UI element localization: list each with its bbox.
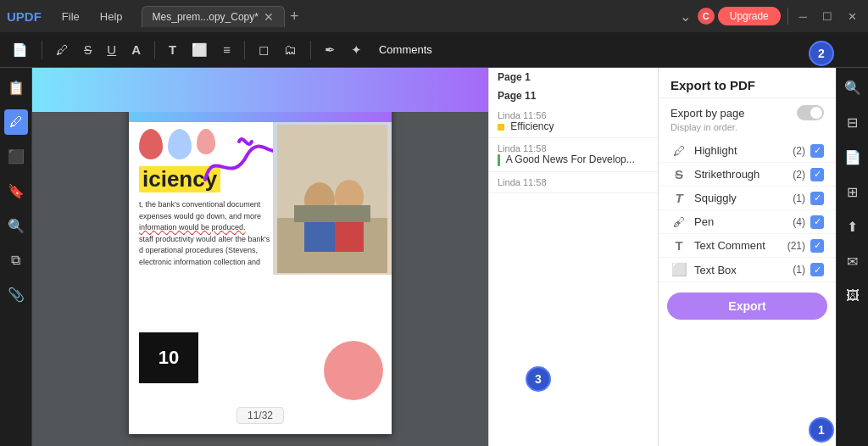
rsb-image-icon[interactable]: 🖼: [841, 283, 865, 309]
pink-circle-decoration: [324, 341, 383, 400]
sep4: [310, 41, 311, 59]
export-by-page-label: Export by page: [670, 107, 744, 120]
highlight-tool-icon[interactable]: 🖊: [51, 39, 74, 60]
pen-row-icon: 🖋: [670, 215, 687, 229]
comments-label: Comments: [379, 43, 432, 56]
pen-checkbox[interactable]: [810, 215, 824, 229]
rsb-crop-icon[interactable]: ⊞: [842, 179, 863, 205]
app-logo: UPDF: [7, 9, 42, 24]
right-sidebar: 🔍 ⊟ 📄 ⊞ ⬆ ✉ 🖼: [836, 68, 868, 446]
sep1: [42, 41, 42, 59]
textbox-row-icon: ⬜: [670, 262, 687, 277]
highlight-checkbox[interactable]: [810, 144, 824, 158]
textbox-checkbox[interactable]: [810, 263, 824, 276]
page-icon[interactable]: 📄: [7, 39, 33, 61]
sep3: [244, 41, 245, 59]
pen-tool-icon[interactable]: ✒: [320, 39, 341, 61]
user-avatar: C: [698, 8, 715, 25]
highlight-row-count: (2): [793, 145, 805, 157]
step3-group: 3 →: [526, 368, 544, 390]
sb-pages-icon[interactable]: ⬛: [3, 143, 30, 170]
highlight-dot: [498, 124, 504, 131]
rsb-columns-icon[interactable]: ⊟: [842, 109, 863, 136]
squiggly-row-icon: T: [670, 191, 687, 205]
export-by-page-row: Export by page: [659, 98, 836, 122]
underline-tool-icon[interactable]: U: [102, 39, 121, 60]
export-row-highlight: 🖊 Highlight (2): [659, 139, 836, 163]
svg-rect-5: [335, 222, 364, 252]
menu-help[interactable]: Help: [92, 7, 131, 26]
textcomment-checkbox[interactable]: [810, 239, 824, 253]
maximize-icon[interactable]: ☐: [818, 8, 837, 25]
pen-row-label: Pen: [694, 215, 793, 228]
comment-item-3[interactable]: Linda 11:58: [489, 172, 658, 193]
highlight-row-icon: 🖊: [670, 143, 687, 158]
stamp-icon[interactable]: 🗂: [279, 39, 302, 60]
svg-rect-6: [294, 205, 370, 222]
squiggly-checkbox[interactable]: [810, 192, 824, 205]
textcomment-row-count: (21): [787, 240, 805, 252]
textbox-row-count: (1): [793, 264, 805, 276]
rsb-search-icon[interactable]: 🔍: [839, 75, 866, 101]
strikethrough-tool-icon[interactable]: S: [79, 40, 97, 60]
sb-bookmark-icon[interactable]: 🔖: [3, 178, 30, 204]
strikethrough-checkbox[interactable]: [810, 168, 824, 181]
office-image: [277, 125, 387, 273]
tab-add-icon[interactable]: +: [290, 8, 299, 25]
sb-search-icon[interactable]: 🔍: [3, 213, 30, 239]
page11-label: Page 11: [489, 86, 658, 105]
step3-circle: 3: [526, 366, 551, 392]
comments-panel: Page 1 Page 11 Linda 11:56 Efficiency Li…: [488, 68, 658, 446]
strikethrough-row-label: Strikethrough: [694, 168, 793, 181]
sb-edit-icon[interactable]: 🖊: [4, 109, 28, 135]
upgrade-group: C Upgrade: [698, 7, 781, 25]
pdf-image: [273, 122, 392, 275]
squiggly-row-count: (1): [793, 192, 805, 204]
sb-layers-icon[interactable]: ⧉: [6, 248, 25, 273]
toolbar: 📄 🖊 S U A T ⬜ ≡ ◻ 🗂 ✒ ✦ Comments: [0, 32, 868, 68]
underlined-text: information would be produced.: [139, 223, 246, 231]
active-tab[interactable]: Mes_prem...opy_Copy* ✕: [142, 6, 285, 27]
export-row-textbox: ⬜ Text Box (1): [659, 258, 836, 282]
textcomment-row-icon: T: [670, 238, 687, 253]
textbox-row-label: Text Box: [694, 264, 793, 276]
comment2-text: A Good News For Develop...: [498, 153, 649, 166]
menu-file[interactable]: File: [53, 7, 88, 26]
export-hint: Display in order.: [659, 122, 836, 139]
sb-view-icon[interactable]: 📋: [3, 75, 30, 101]
svg-rect-4: [304, 218, 335, 252]
text-t-icon[interactable]: T: [164, 39, 181, 60]
step2-group: 2 →: [809, 42, 827, 64]
eraser-icon[interactable]: ◻: [253, 39, 274, 61]
star-icon[interactable]: ✦: [346, 39, 367, 61]
step1-group: 1 →: [809, 419, 827, 441]
upgrade-button[interactable]: Upgrade: [718, 7, 781, 25]
comment2-user: Linda 11:58: [498, 143, 649, 153]
rsb-page-icon[interactable]: 📄: [839, 144, 866, 170]
close-icon[interactable]: ✕: [843, 8, 861, 25]
text-tool-icon[interactable]: A: [126, 39, 146, 60]
tab-overflow-icon[interactable]: ⌄: [680, 8, 691, 25]
export-button[interactable]: Export: [667, 293, 827, 320]
sb-attach-icon[interactable]: 📎: [3, 282, 30, 308]
comment-item-2[interactable]: Linda 11:58 A Good News For Develop...: [489, 138, 658, 172]
pdf-viewer: iciency t, the bank's conventional docum…: [32, 68, 488, 446]
step2-circle: 2: [809, 41, 834, 66]
divider: [787, 8, 788, 25]
export-by-page-toggle[interactable]: [797, 105, 824, 120]
tab-bar: Mes_prem...opy_Copy* ✕ +: [142, 6, 299, 27]
toggle-knob: [810, 107, 822, 119]
export-row-strikethrough: S Strikethrough (2): [659, 163, 836, 187]
export-panel: Export to PDF Export by page Display in …: [658, 68, 836, 446]
pdf-page-number: 11/32: [236, 407, 284, 424]
list-icon[interactable]: ≡: [218, 39, 236, 60]
rsb-upload-icon[interactable]: ⬆: [842, 214, 863, 240]
tab-title: Mes_prem...opy_Copy*: [153, 11, 259, 23]
minimize-icon[interactable]: ─: [795, 8, 811, 25]
highlight-row-label: Highlight: [694, 144, 793, 157]
tab-close-icon[interactable]: ✕: [264, 10, 274, 24]
textbox-icon[interactable]: ⬜: [186, 39, 213, 61]
comment-item-1[interactable]: Linda 11:56 Efficiency: [489, 105, 658, 138]
export-row-squiggly: T Squiggly (1): [659, 187, 836, 210]
rsb-mail-icon[interactable]: ✉: [842, 248, 863, 275]
